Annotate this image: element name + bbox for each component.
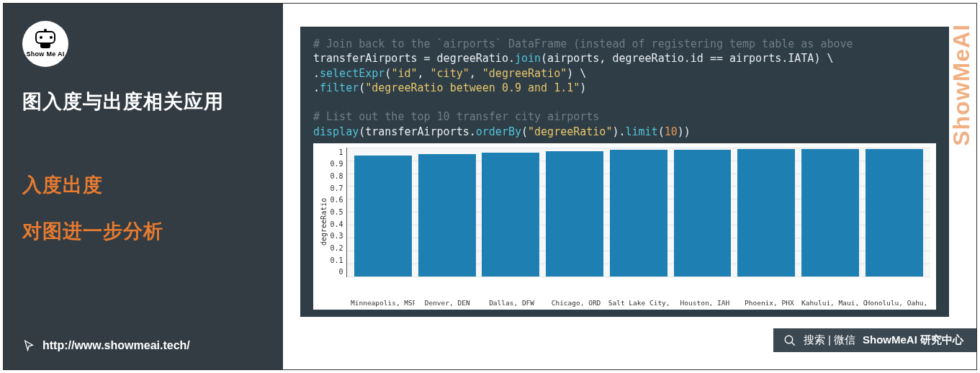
x-tick: Kahului, Maui, OGG xyxy=(801,296,866,308)
plot-area xyxy=(346,148,930,277)
svg-line-1 xyxy=(791,342,795,346)
bar xyxy=(354,156,412,277)
highlight-2: 对图进一步分析 xyxy=(22,218,264,244)
code-block: # Join back to the `airports` DataFrame … xyxy=(300,27,949,317)
search-strong: ShowMeAI 研究中心 xyxy=(863,333,963,347)
cursor-icon xyxy=(22,339,35,352)
bar-chart: degreeRatio 10.90.80.70.60.50.40.30.20.1… xyxy=(313,143,936,310)
bar xyxy=(482,153,539,277)
y-tick: 0.7 xyxy=(331,184,343,194)
x-tick: Honolulu, Oahu, HNL xyxy=(866,296,930,308)
bar xyxy=(418,154,476,277)
site-link[interactable]: http://www.showmeai.tech/ xyxy=(22,339,190,352)
search-icon xyxy=(783,334,796,347)
search-label: 搜索 | 微信 xyxy=(804,333,855,347)
code-comment-2: # List out the top 10 transfer city airp… xyxy=(313,110,599,123)
logo-text: Show Me AI xyxy=(26,50,64,58)
slide-frame: Show Me AI 图入度与出度相关应用 入度出度 对图进一步分析 http:… xyxy=(3,3,977,370)
svg-point-0 xyxy=(785,336,793,343)
bar xyxy=(801,149,859,277)
bars xyxy=(347,148,930,277)
x-tick: Houston, IAH xyxy=(673,296,737,308)
bar xyxy=(546,151,603,277)
y-tick: 0.3 xyxy=(331,231,343,241)
y-tick: 0.4 xyxy=(331,220,343,230)
x-tick: Minneapolis, MSP xyxy=(351,296,415,308)
search-bar[interactable]: 搜索 | 微信 ShowMeAI 研究中心 xyxy=(773,328,976,352)
y-tick: 1 xyxy=(339,148,343,158)
x-tick: Salt Lake City, SLC xyxy=(608,296,673,308)
x-tick: Denver, DEN xyxy=(415,296,479,308)
site-url: http://www.showmeai.tech/ xyxy=(42,339,190,352)
bar xyxy=(674,150,732,276)
logo: Show Me AI xyxy=(22,21,68,67)
highlight-1: 入度出度 xyxy=(22,172,264,198)
x-tick: Phoenix, PHX xyxy=(737,296,801,308)
y-tick: 0.1 xyxy=(331,256,343,266)
x-axis: Minneapolis, MSPDenver, DENDallas, DFWCh… xyxy=(351,296,930,308)
y-tick: 0 xyxy=(339,267,343,277)
x-tick: Chicago, ORD xyxy=(544,296,608,308)
watermark: ShowMeAI xyxy=(948,24,975,146)
y-tick: 0.9 xyxy=(331,159,343,169)
y-tick: 0.8 xyxy=(331,171,343,181)
y-tick: 0.6 xyxy=(331,195,343,205)
bar xyxy=(737,149,795,277)
x-tick: Dallas, DFW xyxy=(480,296,544,308)
main-panel: # Join back to the `airports` DataFrame … xyxy=(283,4,976,369)
y-tick: 0.2 xyxy=(331,243,343,253)
y-tick: 0.5 xyxy=(331,207,343,217)
bar xyxy=(610,150,667,276)
sidebar-title: 图入度与出度相关应用 xyxy=(22,89,264,114)
bar xyxy=(866,149,923,277)
code-comment-1: # Join back to the `airports` DataFrame … xyxy=(313,37,853,50)
y-axis: 10.90.80.70.60.50.40.30.20.10 xyxy=(331,148,346,277)
sidebar: Show Me AI 图入度与出度相关应用 入度出度 对图进一步分析 http:… xyxy=(4,4,283,369)
y-axis-label: degreeRatio xyxy=(318,148,331,296)
